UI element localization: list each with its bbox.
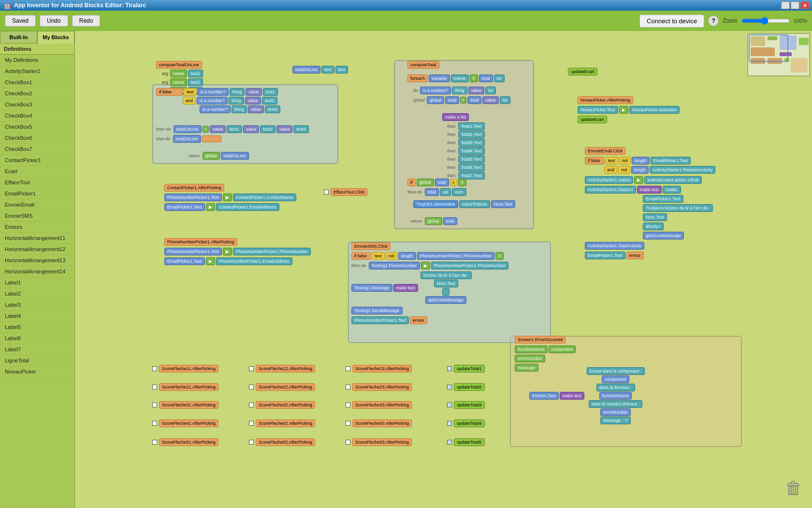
block-foreach-isnumber: do is a number? thing value tot global g… — [413, 87, 510, 104]
zoom-label: Zoom — [723, 17, 738, 24]
block-dans-fct: dans la fonction : — [596, 384, 635, 391]
sidebar-item-horizontalarrangement11[interactable]: HorizontalArrangement11 — [0, 233, 74, 244]
block-equals: = — [450, 179, 457, 186]
minimize-button[interactable]: ─ — [781, 1, 790, 9]
sidebar-item-my-definitions[interactable]: My Definitions — [0, 55, 74, 66]
help-button[interactable]: ? — [708, 15, 719, 26]
block-score11: ScoreFleche11.AfterPicking — [152, 365, 218, 373]
block-phone-email: PhoneNumberPicker1.EmailAddress — [216, 257, 292, 265]
sidebar-item-horizontalarrangement13[interactable]: HorizontalArrangement13 — [0, 255, 74, 266]
connect-device-button[interactable]: Connect to device — [639, 15, 704, 28]
sidebar-item-emailpicker1[interactable]: EmailPicker1 — [0, 188, 74, 199]
block-updatetotal5-label: updateTotal5 — [454, 438, 485, 446]
block-updatetotal1: updateTotal1 — [447, 365, 485, 373]
sidebar-item-checkbox1[interactable]: CheckBox1 — [0, 77, 74, 88]
block-score43-label: ScoreFleche43.AfterPicking — [352, 419, 412, 427]
zoom-slider[interactable] — [741, 17, 790, 25]
sidebar-item-label1[interactable]: Label1 — [0, 277, 74, 288]
tab-builtin[interactable]: Built-In — [0, 31, 37, 44]
canvas[interactable]: computeTotalOnLine arg name text1 arg na… — [75, 31, 812, 508]
block-get-score: getScoreMessage — [643, 232, 684, 239]
block-nom-text2: Nom.Text — [643, 213, 667, 221]
sidebar-item-erreurs[interactable]: Erreurs — [0, 222, 74, 233]
block-tname: tname — [451, 75, 469, 82]
sidebar-item-contactpicker1[interactable]: ContactPicker1 — [0, 155, 74, 166]
block-and3: and — [604, 166, 617, 174]
window-controls[interactable]: ─ □ ✕ — [781, 1, 809, 9]
block-score22: ScoreFleche22.AfterPicking — [249, 383, 315, 391]
minimap[interactable] — [747, 33, 810, 76]
block-if-email: if false — [585, 157, 604, 164]
block-phone-phonenumber: PhoneNumberPicker1.Text — [164, 248, 222, 255]
block-call-isnumber: is a number? — [420, 87, 451, 94]
sidebar-item-lignetotal[interactable]: LigneTotal — [0, 355, 74, 366]
block-thing-t: thing — [452, 87, 467, 94]
zoom-percent: 100% — [794, 18, 807, 24]
block-component: component — [549, 345, 576, 353]
block-arrow-as: ▶ — [634, 176, 643, 184]
block-score32: ScoreFleche32.AfterPicking — [249, 401, 315, 409]
block-screen1-error: Screen1.ErrorOccurred functionName compo… — [515, 336, 576, 372]
block-subject: ?subject=Scores de tir à l'arc de : — [643, 204, 713, 212]
close-button[interactable]: ✕ — [800, 1, 809, 9]
block-value-t2: value — [243, 125, 260, 133]
block-val-then: val — [440, 188, 451, 196]
block-return2: return global total — [411, 217, 457, 225]
sidebar-item-envoieemail[interactable]: EnvoieEmail — [0, 199, 74, 210]
block-actstart-action: ActivityStarter1.Action — [585, 176, 633, 184]
block-not1: not — [619, 157, 631, 164]
block-score53: ScoreFleche53.AfterPicking — [346, 438, 412, 446]
sidebar-item-label4[interactable]: Label4 — [0, 311, 74, 322]
block-erreur-dans: Erreur dans le composant : — [587, 367, 645, 375]
sidebar-item-checkbox6[interactable]: CheckBox6 — [0, 133, 74, 144]
tab-myblocks[interactable]: My Blocks — [37, 31, 74, 44]
block-score42: ScoreFleche42.AfterPicking — [249, 419, 315, 427]
redo-button[interactable]: Redo — [72, 15, 101, 27]
sidebar-item-checkbox7[interactable]: CheckBox7 — [0, 144, 74, 155]
sidebar-item-horizontalarrangement14[interactable]: HorizontalArrangement14 — [0, 266, 74, 277]
block-txt3: text3 — [293, 125, 309, 133]
sidebar-item-label6[interactable]: Label6 — [0, 333, 74, 344]
svg-rect-6 — [751, 58, 765, 64]
sidebar-item-checkbox3[interactable]: CheckBox3 — [0, 99, 74, 110]
block-arg2: name — [170, 78, 187, 86]
block-computeTotal: computeTotal — [407, 61, 439, 69]
svg-rect-3 — [799, 38, 809, 45]
block-if2: if — [407, 179, 416, 186]
sidebar-item-checkbox5[interactable]: CheckBox5 — [0, 121, 74, 133]
maximize-button[interactable]: □ — [791, 1, 799, 9]
sidebar-item-checkbox2[interactable]: CheckBox2 — [0, 88, 74, 99]
block-nom: nom — [452, 188, 466, 196]
saved-button[interactable]: Saved — [5, 15, 36, 27]
block-number0: 0 — [458, 179, 466, 186]
svg-rect-7 — [768, 58, 782, 64]
svg-rect-4 — [751, 47, 775, 56]
sidebar-item-horizontalarrangement12[interactable]: HorizontalArrangement12 — [0, 244, 74, 255]
block-total2: total — [435, 179, 449, 186]
block-value-text3: value — [248, 105, 264, 113]
sidebar-item-label7[interactable]: Label7 — [0, 344, 74, 355]
sidebar-item-checkbox4[interactable]: CheckBox4 — [0, 110, 74, 121]
sidebar-item-label5[interactable]: Label5 — [0, 322, 74, 333]
block-value-text2: value — [245, 97, 261, 105]
sidebar-item-label3[interactable]: Label3 — [0, 299, 74, 311]
sidebar-item-ecart[interactable]: Ecart — [0, 166, 74, 177]
block-contactpicker-label: ContactPicker1.AfterPicking — [164, 184, 224, 192]
block-envoiesms-label: EnvoieSMS.Click — [351, 242, 391, 250]
block-email-text: EmailPicker1.Text — [643, 195, 683, 203]
sidebar-item-envoiesms[interactable]: EnvoieSMS — [0, 210, 74, 222]
sidebar-item-niveaupicker[interactable]: NiveauPicker — [0, 366, 74, 377]
block-total2text: Total2.Text — [458, 131, 485, 138]
sidebar-item-label2[interactable]: Label2 — [0, 288, 74, 299]
block-scores-tir: Scores de tir à l'arc de : — [420, 271, 472, 279]
block-body: &body= — [643, 223, 664, 230]
block-make-text2: make text — [393, 284, 418, 292]
trash-icon[interactable]: 🗑 — [785, 478, 802, 498]
sidebar-item-activitystarter1[interactable]: ActivityStarter1 — [0, 66, 74, 77]
block-set-totalOnLine2: totalOnLine — [173, 135, 201, 143]
block-value-tot2: value — [482, 96, 499, 104]
sidebar-item-effacetout[interactable]: EffaceTout — [0, 177, 74, 188]
block-tot3: tot — [500, 96, 510, 104]
undo-button[interactable]: Undo — [40, 15, 68, 27]
block-envoieemail-label: EnvoieEmail.Click — [585, 147, 625, 155]
